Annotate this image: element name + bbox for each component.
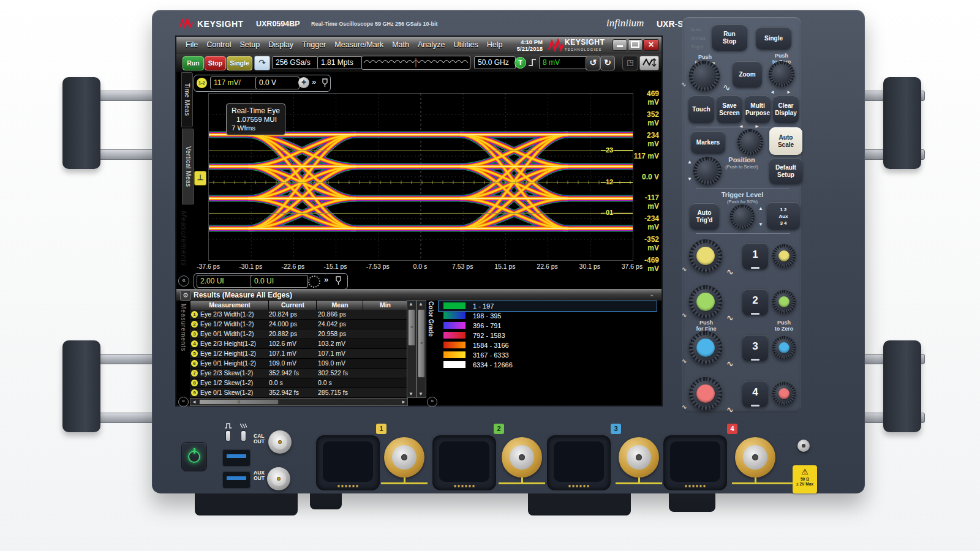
run-stop-hardkey[interactable]: Run Stop	[712, 24, 747, 51]
touch-toggle-button[interactable]: ↷	[254, 56, 270, 70]
color-grade-row[interactable]: 1584 - 3166	[439, 340, 657, 350]
undo-button[interactable]: ↺	[586, 56, 600, 70]
channel-3-offset-knob[interactable]	[772, 336, 796, 359]
menu-item-setup[interactable]: Setup	[235, 37, 264, 53]
color-grade-row[interactable]: 792 - 1583	[439, 331, 657, 340]
grade-vscrollbar[interactable]: ▲ ≡ ▼	[417, 300, 426, 398]
channel-4-input-connector[interactable]	[735, 437, 775, 478]
channel-1-scale-knob[interactable]	[689, 239, 722, 272]
column-header-mean[interactable]: Mean	[316, 300, 364, 310]
markers-hardkey[interactable]: Markers	[691, 131, 725, 154]
column-header-min[interactable]: Min	[363, 300, 408, 310]
grade-expand-icon[interactable]: »	[427, 397, 437, 407]
restore-button[interactable]	[628, 39, 643, 51]
table-row[interactable]: 3Eye 0/1 Width(1-2)20.882 ps20.958 ps20.…	[190, 329, 407, 339]
marker-position-knob[interactable]	[737, 129, 763, 155]
scrollbar-thumb[interactable]: ≡	[418, 309, 425, 378]
single-button[interactable]: Single	[227, 56, 252, 70]
tab-time-meas[interactable]: Time Meas	[181, 72, 193, 127]
aux-out-connector[interactable]	[267, 467, 290, 490]
results-settings-button[interactable]: ⚙	[180, 290, 191, 301]
channel-3-input-connector[interactable]	[619, 437, 659, 478]
probe-socket[interactable]	[545, 433, 612, 492]
scroll-left-icon[interactable]: ◄	[192, 399, 197, 405]
usb-port[interactable]	[222, 449, 251, 467]
add-channel-button[interactable]: +	[298, 77, 309, 88]
trigger-level-field[interactable]: 8 mV	[539, 56, 589, 69]
menu-item-control[interactable]: Control	[202, 37, 235, 53]
color-grade-row[interactable]: 3167 - 6333	[439, 350, 657, 360]
scrollbar-thumb[interactable]: ≡	[408, 309, 415, 346]
ui-position-field[interactable]: 0.0 UI	[251, 275, 308, 288]
annotate-waveform-button[interactable]	[639, 56, 659, 70]
menu-item-trigger[interactable]: Trigger	[298, 37, 330, 53]
menu-item-file[interactable]: File	[181, 37, 202, 53]
esd-ground-jack[interactable]	[797, 440, 810, 452]
color-grade-row[interactable]: 396 - 791	[439, 321, 657, 331]
probe-socket[interactable]	[431, 433, 498, 492]
probe-socket[interactable]	[314, 433, 382, 492]
cursor-position-knob[interactable]	[693, 157, 722, 185]
color-grade-row[interactable]: 198 - 395	[439, 311, 657, 321]
tab-vertical-meas[interactable]: Vertical Meas	[182, 129, 194, 204]
trigger-source-badge[interactable]: T	[514, 57, 526, 69]
results-hscrollbar[interactable]: ◄ ||| ►	[190, 398, 408, 406]
table-row[interactable]: 8Eye 1/2 Skew(1-2)0.0 s0.0 s0.0 s	[190, 378, 407, 388]
usb-port[interactable]	[222, 471, 251, 489]
pin-icon[interactable]	[322, 78, 328, 88]
horizontal-scale-knob[interactable]	[689, 61, 720, 91]
touch-hardkey[interactable]: Touch	[688, 96, 714, 123]
single-hardkey[interactable]: Single	[756, 27, 791, 50]
zoom-hardkey[interactable]: Zoom	[733, 61, 762, 88]
pointer-mode-button[interactable]: ◳	[622, 56, 638, 70]
probe-socket[interactable]	[662, 433, 729, 492]
horizontal-position-knob[interactable]	[769, 61, 794, 87]
memory-depth-field[interactable]: 1.81 Mpts	[317, 56, 363, 69]
channel-1-enable-button[interactable]: 1	[742, 243, 768, 269]
channel-2-input-connector[interactable]	[502, 437, 542, 478]
channel-3-scale-knob[interactable]	[689, 331, 722, 364]
expand-chevrons-icon[interactable]: »	[324, 275, 328, 284]
table-row[interactable]: 2Eye 1/2 Width(1-2)24.000 ps24.042 ps24.…	[190, 320, 407, 329]
cal-out-connector[interactable]	[268, 430, 292, 454]
column-header-measurement[interactable]: Measurement	[190, 300, 270, 310]
color-grade-row[interactable]: 6334 - 12666	[439, 360, 657, 370]
save-screen-hardkey[interactable]: Save Screen	[717, 96, 742, 123]
channel-4-offset-knob[interactable]	[772, 382, 796, 405]
color-grade-row[interactable]: 1 - 197	[438, 301, 657, 312]
table-row[interactable]: 1Eye 2/3 Width(1-2)20.824 ps20.866 ps20.…	[190, 310, 407, 320]
collapse-left-button[interactable]: «	[178, 276, 189, 287]
waveform-plot[interactable]: Real-Time Eye 1.07559 MUI 7 Wfms ⊥ 23120…	[208, 93, 633, 261]
trigger-source-hardkey[interactable]: 1 2Aux3 4	[767, 202, 800, 230]
channel-2-offset-knob[interactable]	[772, 290, 796, 313]
expand-chevrons-icon[interactable]: »	[312, 77, 316, 86]
channel-4-enable-button[interactable]: 4	[742, 381, 768, 407]
collapse-corner-button[interactable]: «	[178, 397, 189, 407]
menu-item-math[interactable]: Math	[388, 37, 413, 53]
table-row[interactable]: 7Eye 2/3 Skew(1-2)352.942 fs302.522 fs11…	[190, 369, 407, 378]
menu-item-display[interactable]: Display	[264, 37, 298, 53]
scroll-right-icon[interactable]: ►	[401, 399, 406, 405]
run-button[interactable]: Run	[183, 56, 204, 70]
scroll-up-icon[interactable]: ▲	[417, 301, 424, 307]
table-row[interactable]: 4Eye 2/3 Height(1-2)102.6 mV103.2 mV102.…	[190, 339, 407, 349]
table-row[interactable]: 9Eye 0/1 Skew(1-2)352.942 fs285.715 fs23…	[190, 388, 407, 398]
channel-3-enable-button[interactable]: 3	[742, 335, 768, 361]
dotted-knob-icon[interactable]	[308, 276, 320, 288]
vertical-offset-field[interactable]: 0.0 V	[255, 77, 300, 89]
stop-button[interactable]: Stop	[205, 56, 226, 70]
menu-item-measuremark[interactable]: Measure/Mark	[330, 37, 388, 53]
auto-scale-hardkey[interactable]: Auto Scale	[769, 127, 802, 155]
multi-purpose-hardkey[interactable]: Multi Purpose	[745, 96, 771, 123]
scroll-up-icon[interactable]: ▲	[407, 301, 415, 307]
table-row[interactable]: 6Eye 0/1 Height(1-2)109.0 mV109.0 mV109.…	[190, 359, 407, 369]
channel-2-enable-button[interactable]: 2	[742, 289, 768, 315]
channel-1-input-connector[interactable]	[384, 437, 424, 478]
channel-2-scale-knob[interactable]	[689, 285, 722, 318]
table-row[interactable]: 5Eye 1/2 Height(1-2)107.1 mV107.1 mV106.…	[190, 349, 407, 359]
channel-badge[interactable]: 1-2	[197, 78, 207, 88]
vertical-scale-field[interactable]: 117 mV/	[210, 77, 258, 89]
menu-item-help[interactable]: Help	[483, 37, 507, 53]
default-setup-hardkey[interactable]: Default Setup	[769, 158, 802, 184]
minimize-button[interactable]	[612, 39, 627, 51]
